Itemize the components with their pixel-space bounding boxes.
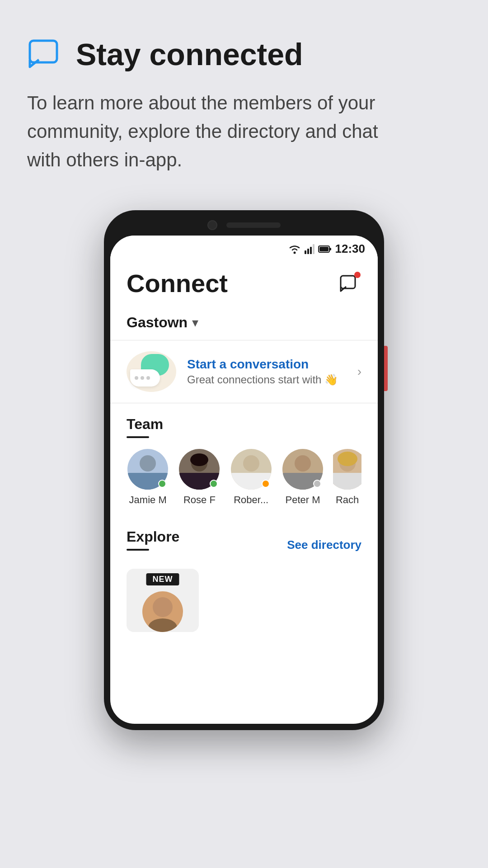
location-name: Gastown [127,314,188,331]
explore-title: Explore [127,528,179,545]
svg-rect-2 [305,250,306,254]
member-name: Jamie M [129,494,167,506]
conversation-subtitle: Great connections start with 👋 [187,373,352,386]
phone-speaker [226,222,281,228]
team-section: Team [110,403,378,515]
explore-person-illustration [142,591,183,632]
typing-dot-3 [146,376,150,380]
svg-point-27 [153,597,173,617]
svg-rect-8 [329,248,331,250]
typing-dot-2 [141,376,144,380]
phone-outer: 12:30 Connect Gastown ▾ [104,210,384,730]
app-title: Connect [127,269,228,298]
avatar-wrapper [179,449,220,490]
person-illustration [333,449,361,490]
phone-top-bar [110,217,378,236]
svg-rect-0 [30,41,57,62]
avatar-wrapper [333,449,361,490]
member-name: Rose F [183,494,216,506]
location-row[interactable]: Gastown ▾ [110,309,378,340]
team-underline [127,436,149,438]
white-bubble [130,369,160,387]
chat-icon [27,36,63,72]
team-row: Jamie M [127,449,361,506]
explore-header: Explore See directory [127,528,361,561]
svg-rect-3 [307,249,309,254]
top-section: Stay connected To learn more about the m… [0,0,488,192]
notification-button[interactable] [336,271,361,296]
signal-icon [305,244,314,254]
notification-dot [354,272,361,278]
svg-rect-5 [313,244,314,254]
team-member[interactable]: Peter M [282,449,324,506]
explore-cards: NEW [127,569,361,632]
avatar-wrapper [231,449,272,490]
svg-point-17 [243,455,259,472]
avatar [333,449,361,490]
phone-screen: 12:30 Connect Gastown ▾ [110,236,378,724]
svg-rect-9 [341,276,355,288]
status-time: 12:30 [335,242,366,256]
svg-point-26 [338,452,357,466]
bubble-illustration [127,351,176,392]
team-section-title: Team [127,416,361,433]
chevron-right-icon: › [357,364,361,379]
status-icons: 12:30 [288,242,366,256]
conversation-text: Start a conversation Great connections s… [187,357,352,386]
page-title: Stay connected [76,38,303,71]
explore-avatar [142,591,183,632]
typing-dot-1 [135,376,138,380]
avatar-wrapper [127,449,168,490]
explore-underline [127,549,149,551]
status-bar: 12:30 [110,236,378,259]
member-name: Rober... [234,494,268,506]
svg-point-28 [148,618,177,632]
wifi-icon [288,244,301,254]
explore-section: Explore See directory NEW [110,516,378,632]
team-member[interactable]: Rose F [178,449,221,506]
app-header: Connect [110,259,378,309]
explore-section-title: Explore [127,528,179,561]
svg-point-10 [140,455,156,472]
svg-point-20 [295,455,311,472]
phone-mockup: 12:30 Connect Gastown ▾ [0,210,488,730]
svg-rect-4 [310,247,312,254]
status-online-indicator [210,480,218,488]
svg-point-1 [293,251,296,254]
header-row: Stay connected [27,36,461,72]
status-online-indicator [158,480,166,488]
conversation-title: Start a conversation [187,357,352,372]
new-badge: NEW [146,573,179,585]
avatar-wrapper [282,449,323,490]
svg-rect-25 [333,473,361,490]
team-member[interactable]: Jamie M [127,449,169,506]
team-member[interactable]: Rober... [230,449,272,506]
member-name: Peter M [285,494,320,506]
battery-icon [318,245,332,253]
explore-card[interactable]: NEW [127,569,199,632]
status-away-indicator [262,480,270,488]
front-camera [207,220,217,230]
member-name: Rach [336,494,359,506]
team-member[interactable]: Rach [333,449,361,506]
conversation-banner[interactable]: Start a conversation Great connections s… [110,340,378,403]
chevron-down-icon: ▾ [192,315,198,330]
svg-rect-7 [319,247,328,251]
svg-point-16 [190,453,208,466]
see-directory-link[interactable]: See directory [287,538,361,552]
status-offline-indicator [313,480,321,488]
page-subtitle: To learn more about the members of your … [27,89,380,174]
